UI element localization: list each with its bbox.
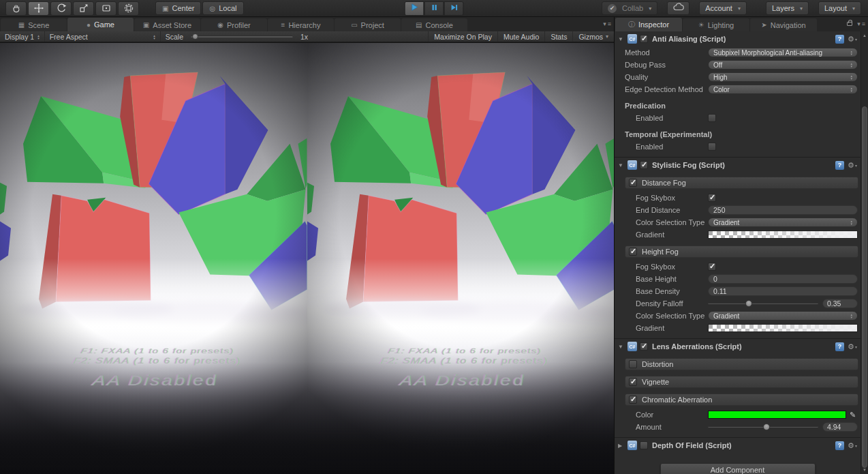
transform-tool-button[interactable]	[118, 1, 139, 16]
foldout-open-icon[interactable]: ▼	[618, 36, 625, 42]
distortion-toggle-bar[interactable]: Distortion	[625, 358, 858, 370]
tab-asset-store[interactable]: ▣ Asset Store	[134, 18, 200, 31]
layout-dropdown[interactable]: Layout ▾	[818, 1, 861, 15]
slider-thumb[interactable]	[745, 300, 752, 307]
play-button[interactable]	[405, 1, 424, 16]
height-fog-toggle-bar[interactable]: Height Fog	[625, 246, 858, 258]
pivot-local-button[interactable]: ◎ Local	[202, 1, 243, 15]
slider-thumb[interactable]	[763, 424, 770, 430]
fog-skybox-checkbox[interactable]	[708, 194, 716, 202]
pane-menu-button[interactable]: ▾ ≡	[603, 20, 611, 27]
pivot-center-button[interactable]: ▣ Center	[155, 1, 201, 15]
debug-pass-dropdown[interactable]: Off ▴▾	[708, 60, 858, 70]
stats-button[interactable]: Stats	[544, 31, 572, 42]
layers-dropdown[interactable]: Layers ▾	[766, 1, 809, 15]
scale-slider[interactable]	[191, 35, 293, 38]
base-density-field[interactable]: 0.11	[708, 286, 858, 296]
height-fog-checkbox[interactable]	[629, 248, 637, 256]
end-distance-field[interactable]: 250	[708, 205, 858, 215]
lock-icon[interactable]	[847, 22, 852, 26]
scrollbar-thumb[interactable]	[862, 106, 867, 468]
tab-profiler[interactable]: ◉ Profiler	[201, 18, 267, 31]
vignette-toggle-bar[interactable]: Vignette	[625, 376, 858, 388]
foldout-closed-icon[interactable]: ▶	[618, 443, 625, 449]
property-row-base-density: Base Density 0.11	[615, 286, 861, 297]
move-tool-button[interactable]	[28, 1, 49, 16]
gear-icon[interactable]: ⚙▾	[848, 441, 857, 450]
color-selection-dropdown[interactable]: Gradient ▴▾	[708, 311, 858, 321]
rotate-tool-button[interactable]	[50, 1, 72, 16]
tab-hierarchy[interactable]: ≡ Hierarchy	[268, 18, 334, 31]
fog-skybox-checkbox[interactable]	[708, 263, 716, 271]
component-enabled-checkbox[interactable]	[640, 161, 648, 169]
edge-detection-dropdown[interactable]: Color ▴▾	[708, 85, 858, 94]
tab-console[interactable]: ▤ Console	[401, 18, 467, 31]
scale-tool-button[interactable]	[73, 1, 94, 16]
aspect-dropdown[interactable]: Free Aspect ▴▾	[45, 31, 161, 42]
property-row-method: Method Subpixel Morphological Anti-alias…	[615, 47, 861, 58]
color-selection-dropdown[interactable]: Gradient ▴▾	[708, 218, 858, 227]
method-dropdown[interactable]: Subpixel Morphological Anti-aliasing ▴▾	[708, 48, 858, 57]
density-falloff-value[interactable]: 0.35	[822, 299, 858, 308]
cloud-services-button[interactable]	[667, 1, 689, 15]
foldout-open-icon[interactable]: ▼	[618, 162, 625, 168]
step-button[interactable]	[444, 1, 464, 16]
tab-scene[interactable]: ▦ Scene	[1, 18, 67, 31]
gradient-preview-field[interactable]	[708, 231, 858, 239]
mute-audio-button[interactable]: Mute Audio	[497, 31, 545, 42]
tab-navigation[interactable]: ➤ Navigation	[750, 18, 817, 31]
inspector-pane-menu[interactable]: ▾ ≡	[847, 20, 865, 27]
predication-enabled-checkbox[interactable]	[708, 114, 716, 122]
help-icon[interactable]: ?	[835, 161, 844, 170]
component-enabled-checkbox[interactable]	[640, 35, 648, 43]
eyedropper-icon[interactable]: ✎	[850, 411, 858, 419]
component-header[interactable]: ▼ C# Stylistic Fog (Script) ? ⚙▾	[615, 159, 861, 171]
tab-project[interactable]: ▭ Project	[335, 18, 401, 31]
foldout-open-icon[interactable]: ▼	[618, 344, 625, 350]
component-header[interactable]: ▼ C# Anti Aliasing (Script) ? ⚙▾	[615, 33, 861, 45]
hand-tool-button[interactable]	[5, 1, 27, 16]
help-icon[interactable]: ?	[835, 35, 844, 44]
component-enabled-checkbox[interactable]	[640, 342, 648, 351]
add-component-button[interactable]: Add Component	[660, 463, 816, 474]
tab-lighting[interactable]: ☀ Lighting	[683, 18, 749, 31]
distance-fog-checkbox[interactable]	[629, 179, 637, 187]
component-header[interactable]: ▼ C# Lens Aberrations (Script) ? ⚙▾	[615, 340, 861, 353]
chromatic-aberration-checkbox[interactable]	[629, 396, 637, 404]
gear-icon[interactable]: ⚙▾	[848, 35, 857, 44]
inspector-scrollbar[interactable]: ▲ ▼	[861, 31, 868, 474]
base-height-field[interactable]: 0	[708, 274, 858, 284]
transform-tools	[5, 1, 139, 16]
display-dropdown[interactable]: Display 1 ▴▾	[0, 31, 45, 42]
collab-dropdown[interactable]: ✔ Collab ▾	[602, 1, 657, 15]
chromatic-aberration-toggle-bar[interactable]: Chromatic Aberration	[625, 394, 858, 406]
amount-slider[interactable]	[708, 422, 818, 432]
distance-fog-toggle-bar[interactable]: Distance Fog	[625, 177, 858, 189]
tab-game[interactable]: ● Game	[67, 18, 134, 31]
gizmos-dropdown[interactable]: Gizmos ▾	[572, 31, 614, 42]
scroll-up-icon[interactable]: ▲	[861, 33, 868, 38]
rect-tool-button[interactable]	[95, 1, 117, 16]
maximize-on-play-button[interactable]: Maximize On Play	[428, 31, 497, 42]
amount-value[interactable]: 4.94	[822, 422, 858, 432]
chevron-down-icon: ▾	[738, 5, 741, 12]
gear-icon[interactable]: ⚙▾	[848, 161, 857, 170]
pause-button[interactable]	[424, 1, 444, 16]
temporal-enabled-checkbox[interactable]	[708, 143, 716, 151]
navigation-icon: ➤	[761, 21, 766, 29]
aberration-color-swatch[interactable]	[708, 411, 846, 419]
gradient-preview-field[interactable]	[708, 324, 858, 332]
tab-inspector[interactable]: ⓘ Inspector	[615, 18, 682, 31]
account-dropdown[interactable]: Account ▾	[699, 1, 747, 15]
quality-dropdown[interactable]: High ▴▾	[708, 72, 858, 82]
gear-icon[interactable]: ⚙▾	[848, 342, 857, 351]
density-falloff-slider[interactable]	[708, 299, 818, 308]
vignette-checkbox[interactable]	[629, 378, 637, 386]
help-icon[interactable]: ?	[835, 441, 844, 450]
scale-slider-thumb[interactable]	[192, 33, 198, 40]
component-header[interactable]: ▶ C# Depth Of Field (Script) ? ⚙▾	[615, 439, 861, 451]
help-icon[interactable]: ?	[835, 342, 844, 351]
component-enabled-checkbox[interactable]	[640, 441, 648, 449]
scroll-down-icon[interactable]: ▼	[861, 468, 868, 472]
distortion-checkbox[interactable]	[629, 360, 637, 368]
